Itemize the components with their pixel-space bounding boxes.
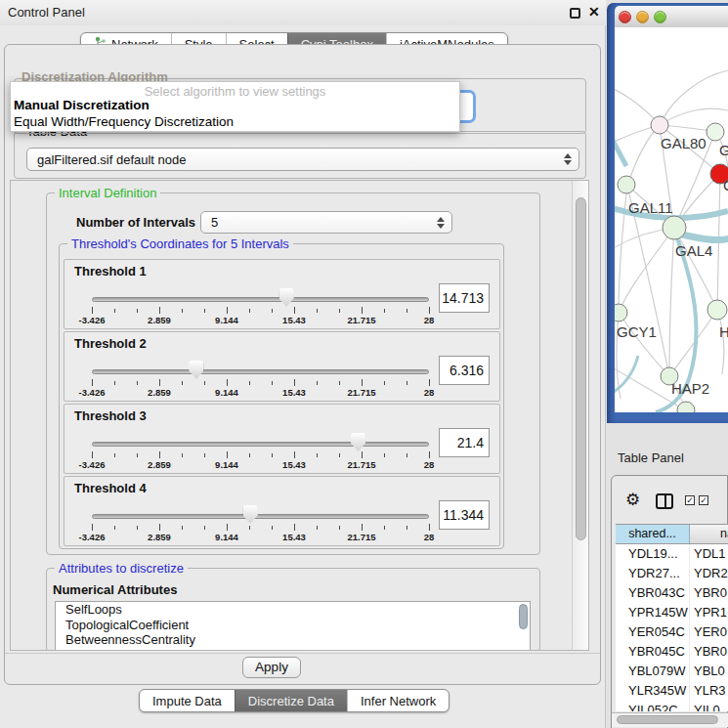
table-header-row: shared... name [616, 524, 728, 544]
table-row[interactable]: YBR043CYBR0 [616, 583, 728, 603]
bottom-tab-discretize-data[interactable]: Discretize Data [235, 690, 347, 711]
tick-mark [92, 307, 93, 314]
tick-mark [407, 381, 407, 385]
tick-label: 2.859 [148, 532, 171, 542]
network-canvas[interactable]: GAL80 G. C GAL11 GAL4 GCY1 H HAP2 [615, 27, 728, 412]
gear-icon[interactable]: ⚙ [625, 490, 640, 510]
threshold-2-slider-track[interactable] [92, 369, 429, 374]
settings-scrollbar-thumb[interactable] [576, 197, 586, 540]
threshold-1-slider-thumb[interactable] [279, 288, 294, 307]
threshold-2-label: Threshold 2 [74, 336, 147, 351]
tick-label: 28 [424, 387, 435, 398]
control-panel-window: Control Panel ✕ NetworkStyleSelectCyni T… [0, 0, 606, 728]
tick-mark [159, 524, 160, 531]
dropdown-option-manual-discretization[interactable]: Manual Discretization [11, 98, 459, 114]
tick-mark [114, 526, 115, 530]
table-row[interactable]: YER054CYER0 [616, 622, 728, 642]
network-window-titlebar [615, 6, 728, 27]
tick-mark [362, 379, 363, 386]
threshold-4-value-field[interactable]: 11.344 [439, 500, 490, 530]
list-scrollbar-thumb[interactable] [519, 604, 528, 629]
table-data-group: Table Data galFiltered.sif default node [14, 131, 586, 179]
tick-mark [137, 453, 138, 457]
cell-shared-name: YBL079W [616, 662, 690, 681]
threshold-2-value-field[interactable]: 6.316 [439, 356, 490, 385]
tick-mark [294, 451, 295, 458]
threshold-4-slider-thumb[interactable] [243, 505, 258, 524]
table-data-combobox[interactable]: galFiltered.sif default node [26, 148, 579, 171]
tick-mark [182, 309, 183, 313]
tick-mark [204, 453, 205, 457]
node-label: HAP2 [671, 380, 709, 397]
table-row[interactable]: YLR345WYLR3 [616, 681, 728, 701]
table-row[interactable]: YBL079WYBL0 [616, 662, 728, 681]
list-item-topologicalcoefficient[interactable]: TopologicalCoefficient [56, 618, 530, 633]
threshold-3-value-field[interactable]: 21.4 [439, 428, 490, 457]
algorithm-dropdown-placeholder: Select algorithm to view settings [11, 82, 459, 98]
tick-mark [204, 309, 205, 313]
dropdown-option-equal-width-frequency-discretization[interactable]: Equal Width/Frequency Discretization [11, 114, 459, 131]
table-data-selected-value: galFiltered.sif default node [37, 152, 186, 167]
list-item-betweennesscentrality[interactable]: BetweennessCentrality [56, 632, 530, 648]
tick-mark [317, 453, 318, 457]
tick-mark [384, 453, 385, 457]
table-row[interactable]: YDR27...YDR2 [616, 564, 728, 583]
close-traffic-light-icon[interactable] [619, 11, 631, 23]
tick-mark [204, 381, 205, 385]
tick-mark [249, 453, 250, 457]
tick-mark [114, 453, 115, 457]
threshold-3-slider-thumb[interactable] [351, 433, 365, 451]
bottom-tab-impute-data[interactable]: Impute Data [140, 690, 235, 711]
number-of-intervals-combobox[interactable]: 5 [200, 211, 452, 234]
columns-icon[interactable] [656, 493, 673, 509]
threshold-1-slider-track[interactable] [92, 297, 429, 302]
table-row[interactable]: YPR145WYPR1 [616, 603, 728, 622]
tick-mark [137, 381, 138, 385]
table-row[interactable]: YDL19...YDL1 [616, 544, 728, 564]
column-header-name[interactable]: name [690, 525, 728, 543]
tick-mark [339, 381, 340, 385]
tick-mark [407, 526, 407, 530]
threshold-panel-threshold-1: Threshold 1-3.4262.8599.14415.4321.71528… [64, 259, 500, 329]
tick-label: 28 [424, 459, 435, 470]
tick-label: 2.859 [148, 459, 171, 470]
network-node [663, 216, 686, 239]
tick-mark [182, 453, 183, 457]
checkbox-icon[interactable]: ✓ [699, 495, 708, 505]
tick-mark [317, 381, 318, 385]
thresholds-coordinates-group-title: Threshold's Coordinates for 5 Intervals [67, 236, 293, 251]
settings-scrollbar[interactable] [572, 181, 588, 650]
cell-shared-name: YDL19... [616, 544, 690, 564]
tick-label: 21.715 [347, 387, 375, 398]
network-node [615, 304, 627, 321]
close-icon[interactable]: ✕ [588, 4, 600, 20]
bottom-tab-infer-network[interactable]: Infer Network [347, 690, 449, 711]
apply-button[interactable]: Apply [242, 657, 301, 678]
threshold-3-slider-track[interactable] [92, 442, 429, 447]
checkbox-icon[interactable]: ✓ [685, 495, 695, 505]
column-header-shared-name[interactable]: shared... [616, 525, 690, 543]
list-item-selfloops[interactable]: SelfLoops [56, 602, 530, 618]
thresholds-coordinates-group: Threshold's Coordinates for 5 Intervals … [59, 243, 504, 549]
tick-mark [317, 526, 318, 530]
tick-label: -3.426 [79, 532, 106, 542]
number-of-intervals-label: Number of Intervals [76, 215, 195, 230]
numerical-attributes-list[interactable]: SelfLoopsTopologicalCoefficientBetweenne… [55, 601, 531, 651]
table-horizontal-scrollbar[interactable] [612, 712, 728, 727]
tick-mark [137, 526, 138, 530]
table-row[interactable]: YIL052CYIL0 [616, 701, 728, 711]
zoom-traffic-light-icon[interactable] [654, 11, 666, 23]
minimize-traffic-light-icon[interactable] [636, 11, 649, 23]
attributes-group-title: Attributes to discretize [55, 561, 188, 576]
threshold-4-slider-track[interactable] [92, 514, 429, 519]
tick-label: -3.426 [79, 387, 106, 398]
cell-name: YPR1 [690, 603, 728, 622]
settings-scroll-pane: Interval Definition Number of Intervals … [10, 180, 589, 651]
table-row[interactable]: YBR045CYBR0 [616, 642, 728, 662]
table-hscrollbar-thumb[interactable] [617, 715, 718, 724]
threshold-2-slider-thumb[interactable] [189, 361, 203, 379]
float-window-icon[interactable] [570, 8, 580, 19]
threshold-1-value-field[interactable]: 14.713 [439, 283, 490, 313]
cell-name: YDR2 [690, 564, 728, 583]
network-nodes[interactable] [615, 116, 728, 412]
